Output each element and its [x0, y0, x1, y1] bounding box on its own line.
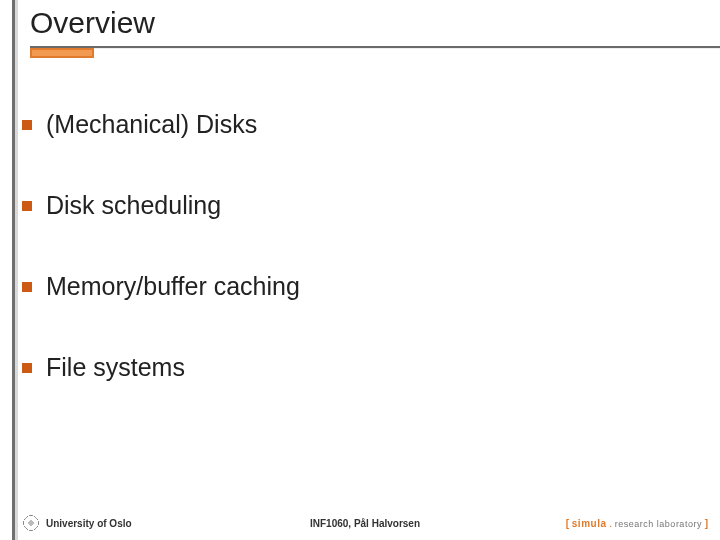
bullet-text: File systems — [46, 353, 185, 382]
simula-rest: research laboratory — [615, 519, 702, 529]
bullet-text: Memory/buffer caching — [46, 272, 300, 301]
footer-left: University of Oslo — [22, 514, 132, 532]
university-seal-icon — [22, 514, 40, 532]
bullet-icon — [22, 282, 32, 292]
bullet-icon — [22, 201, 32, 211]
footer: University of Oslo INF1060, Pål Halvorse… — [22, 514, 708, 532]
list-item: Memory/buffer caching — [22, 272, 690, 301]
left-rail — [0, 0, 22, 540]
bracket-close: ] — [702, 518, 708, 529]
bullet-text: (Mechanical) Disks — [46, 110, 257, 139]
footer-right: [ simula . research laboratory ] — [566, 518, 708, 529]
title-accent — [30, 46, 94, 58]
rail-light — [15, 0, 18, 540]
bullet-list: (Mechanical) Disks Disk scheduling Memor… — [22, 110, 690, 434]
list-item: (Mechanical) Disks — [22, 110, 690, 139]
footer-left-text: University of Oslo — [46, 518, 132, 529]
simula-brand: simula — [572, 518, 607, 529]
bullet-text: Disk scheduling — [46, 191, 221, 220]
list-item: File systems — [22, 353, 690, 382]
slide: Overview (Mechanical) Disks Disk schedul… — [0, 0, 720, 540]
footer-center-text: INF1060, Pål Halvorsen — [310, 518, 420, 529]
title-underline — [30, 46, 720, 49]
title-accent-inner — [32, 50, 92, 56]
title-area: Overview — [30, 6, 155, 39]
brand-dot: . — [607, 518, 615, 529]
bullet-icon — [22, 363, 32, 373]
slide-title: Overview — [30, 6, 155, 39]
bullet-icon — [22, 120, 32, 130]
list-item: Disk scheduling — [22, 191, 690, 220]
